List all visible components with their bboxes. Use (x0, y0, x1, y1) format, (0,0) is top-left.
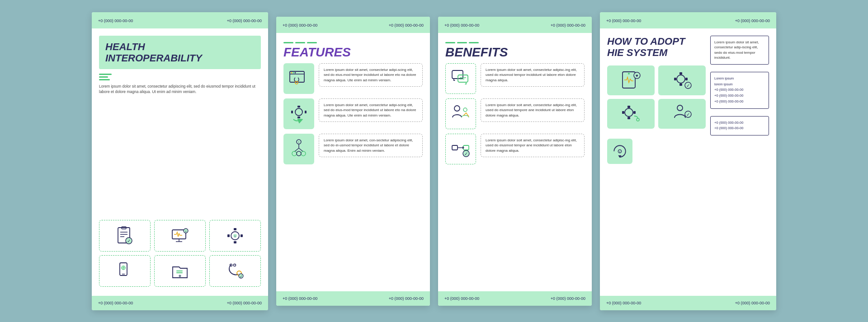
cycle-gear-icon (288, 103, 310, 125)
page-4-content: HOW TO ADOPTHIE SYSTEM ♥ (600, 28, 776, 296)
page-3-footer-phone-2: +0 (000) 000-00-00 (551, 296, 585, 301)
page-2-content: FEATURES Lorem ipsum dolor (276, 33, 430, 291)
page-1-title-area: HEALTHINTEROPERABILITY (99, 36, 261, 70)
svg-point-66 (628, 73, 630, 75)
browser-stethoscope-icon (288, 68, 310, 89)
svg-text:i: i (179, 275, 180, 277)
svg-rect-16 (227, 234, 230, 237)
icon-cell-5: i (154, 255, 206, 287)
page-4: +0 (000) 000-00-00 +0 (000) 000-00-00 HO… (600, 12, 776, 310)
page-4-footer-phone-1: +0 (000) 000-00-00 (606, 301, 641, 305)
chat-doctor-icon (451, 69, 471, 89)
svg-point-78 (627, 111, 631, 114)
stethoscope-check-icon: ✓ (226, 261, 245, 280)
page-2-footer: +0 (000) 000-00-00 +0 (000) 000-00-00 (276, 291, 430, 306)
gear-check-icon: ✓ (672, 70, 693, 91)
icon-cell-4 (99, 255, 151, 287)
page-1-content: HEALTHINTEROPERABILITY Lorem ipsum dolor… (92, 28, 268, 296)
svg-text:✓: ✓ (464, 151, 468, 156)
gear-stethoscope-small-icon (621, 103, 642, 124)
feature-text-1: Lorem ipsum dolor sit amet, consectetur … (319, 63, 423, 87)
page-4-right: Lorem ipsum dolor sit amet, consectetur … (710, 36, 769, 290)
svg-text:⚕: ⚕ (234, 234, 236, 238)
svg-rect-15 (234, 241, 236, 243)
svg-rect-14 (234, 228, 236, 230)
page-1-body-text: Lorem ipsum dolor sit amet, consectetur … (99, 84, 261, 95)
svg-rect-44 (305, 111, 307, 113)
page-2-header: +0 (000) 000-00-00 +0 (000) 000-00-00 (276, 17, 430, 33)
page-4-header: +0 (000) 000-00-00 +0 (000) 000-00-00 (600, 12, 776, 28)
page-2: +0 (000) 000-00-00 +0 (000) 000-00-00 FE… (276, 17, 430, 306)
page-1-icon-grid: ✓ + (99, 220, 261, 287)
health-monitor-icon: + (170, 226, 189, 245)
page-3-title-area: BENEFITS (445, 45, 585, 60)
adopt-icon-3 (607, 99, 655, 129)
deco-line-3 (99, 79, 110, 80)
page-4-phone-1: +0 (000) 000-00-00 (606, 19, 641, 23)
svg-rect-42 (297, 117, 300, 118)
medical-clipboard-icon: ✓ (115, 226, 134, 245)
svg-point-51 (301, 151, 306, 156)
svg-rect-59 (452, 145, 458, 150)
mobile-doctor-icon (115, 261, 134, 280)
svg-text:✓: ✓ (686, 83, 690, 88)
page-2-phone-1: +0 (000) 000-00-00 (283, 23, 317, 28)
feature-text-3: Lorem ipsum dolor sit amet, con-sectetur… (319, 134, 423, 158)
svg-rect-24 (176, 271, 183, 271)
svg-rect-72 (679, 84, 682, 86)
page-4-side-text-3: +0 (000) 000-00-00+0 (000) 000-00-00 (710, 116, 769, 136)
svg-rect-25 (176, 272, 183, 273)
page-1-phone-2: +0 (000) 000-00-00 (227, 19, 262, 23)
svg-point-40 (297, 110, 301, 114)
page-3-title: BENEFITS (445, 45, 585, 60)
svg-text:✓: ✓ (127, 238, 131, 243)
svg-rect-74 (685, 78, 688, 80)
page-4-phone-lines-1: Lorem ipsumlorem ipsum+0 (000) 000-00-00… (714, 76, 765, 105)
svg-point-57 (454, 106, 460, 111)
page-3-footer-phone-1: +0 (000) 000-00-00 (444, 296, 479, 301)
page-4-side-text-2: Lorem ipsumlorem ipsum+0 (000) 000-00-00… (710, 72, 769, 109)
page-4-side-text-1: Lorem ipsum dolor sit amet, consectetur … (710, 36, 769, 65)
page-2-title-area: FEATURES (283, 45, 423, 60)
feature-text-2: Lorem ipsum dolor sit amet, consectetur … (319, 98, 423, 122)
svg-rect-53 (452, 70, 463, 79)
svg-point-52 (297, 151, 301, 156)
page-1-header: +0 (000) 000-00-00 +0 (000) 000-00-00 (92, 12, 268, 28)
page-4-two-col: HOW TO ADOPTHIE SYSTEM ♥ (607, 36, 769, 290)
page-4-title-area: HOW TO ADOPTHIE SYSTEM (607, 36, 706, 59)
svg-rect-43 (291, 111, 293, 113)
svg-point-84 (677, 105, 683, 111)
svg-point-35 (291, 72, 292, 73)
svg-text:i: i (298, 140, 299, 144)
benefit-text-1: Lorem ipsum dolor soit amet, consectetur… (481, 63, 585, 87)
gear-stethoscope-icon: ⚕ (226, 226, 245, 245)
page-1-phone-1: +0 (000) 000-00-00 (98, 19, 133, 23)
svg-point-37 (295, 72, 296, 73)
page-1-footer: +0 (000) 000-00-00 +0 (000) 000-00-00 (92, 296, 268, 310)
page-4-footer: +0 (000) 000-00-00 +0 (000) 000-00-00 (600, 296, 776, 310)
deco-line-1 (99, 74, 112, 75)
adopt-icon-2: ✓ (658, 65, 706, 95)
benefit-icon-2 (445, 98, 476, 129)
icon-cell-6: ✓ (209, 255, 261, 287)
svg-text:+: + (185, 229, 187, 233)
svg-point-50 (292, 151, 297, 156)
feature-row-2: Lorem ipsum dolor sit amet, consectetur … (283, 98, 423, 129)
benefit-row-3: ✓ Lorem ipsum dolor soit amet, consectet… (445, 134, 585, 164)
svg-text:✓: ✓ (686, 112, 690, 117)
page-3-content: BENEFITS Lorem ipsum dolor soit amet, co… (438, 33, 592, 291)
page-3-deco-lines (445, 42, 585, 43)
svg-point-58 (463, 108, 467, 112)
deco-line-2 (99, 76, 108, 78)
page-1-footer-phone-2: +0 (000) 000-00-00 (227, 301, 262, 305)
page-2-footer-phone-2: +0 (000) 000-00-00 (389, 296, 424, 301)
svg-point-38 (295, 81, 298, 84)
pages-container: +0 (000) 000-00-00 +0 (000) 000-00-00 HE… (83, 3, 785, 319)
svg-text:✓: ✓ (240, 274, 243, 278)
process-check-icon: ✓ (451, 139, 471, 159)
svg-rect-80 (627, 117, 630, 119)
page-1-footer-phone-1: +0 (000) 000-00-00 (98, 301, 133, 305)
svg-rect-82 (633, 111, 636, 114)
feature-row-3: i Lorem ipsum dolor sit amet, con-sectet… (283, 134, 423, 164)
svg-rect-71 (679, 72, 682, 75)
